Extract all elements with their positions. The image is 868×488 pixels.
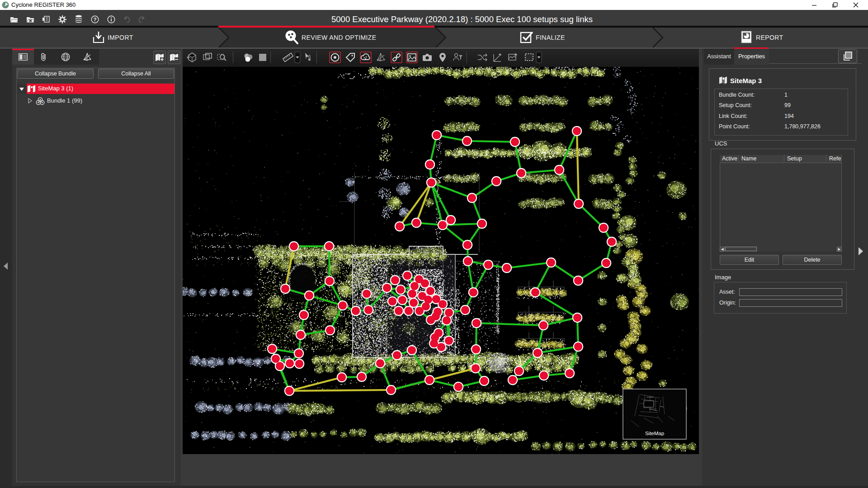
svg-text:?: ? — [94, 17, 97, 22]
svg-text:SiteMap: SiteMap — [645, 431, 664, 436]
